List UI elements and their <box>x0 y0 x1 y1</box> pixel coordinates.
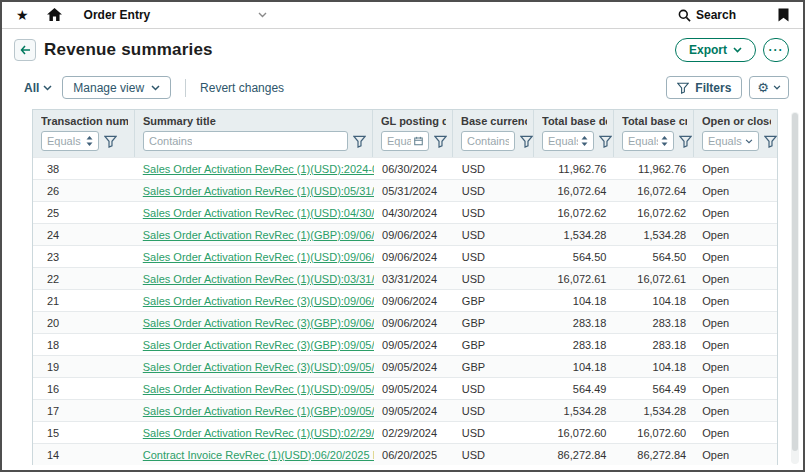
vertical-scrollbar[interactable] <box>791 112 799 464</box>
base-currency-cell: USD <box>454 273 535 285</box>
back-button[interactable] <box>14 39 36 61</box>
column-label: GL posting date <box>381 115 446 127</box>
table-row[interactable]: 15 Sales Order Activation RevRec (1)(USD… <box>33 421 777 443</box>
table-row[interactable]: 21 Sales Order Activation RevRec (3)(USD… <box>33 289 777 311</box>
summary-title-link[interactable]: Sales Order Activation RevRec (1)(USD):0… <box>143 427 374 439</box>
filter-funnel-icon[interactable] <box>599 135 612 148</box>
base-currency-cell: USD <box>454 207 535 219</box>
table-row[interactable]: 23 Sales Order Activation RevRec (1)(USD… <box>33 245 777 267</box>
global-search[interactable]: Search <box>678 8 736 22</box>
favorites-star-icon[interactable]: ★ <box>16 7 29 23</box>
column-label: Total base debit <box>542 115 607 127</box>
open-or-closed-cell: Open <box>694 273 777 285</box>
summary-title-link[interactable]: Sales Order Activation RevRec (1)(GBP):0… <box>143 405 374 417</box>
summary-title-link[interactable]: Sales Order Activation RevRec (1)(GBP):0… <box>143 229 374 241</box>
gl-posting-date-filter-input[interactable]: Equals <box>381 131 429 151</box>
summary-title-link[interactable]: Sales Order Activation RevRec (3)(USD):0… <box>143 361 374 373</box>
open-or-closed-operator-select[interactable]: Equals <box>702 131 759 151</box>
summary-title-filter-input[interactable]: Contains <box>143 131 348 151</box>
home-icon[interactable] <box>47 8 62 22</box>
export-button[interactable]: Export <box>675 38 756 62</box>
top-bar: ★ Order Entry Search <box>2 2 803 29</box>
table-row[interactable]: 20 Sales Order Activation RevRec (3)(GBP… <box>33 311 777 333</box>
table-row[interactable]: 16 Sales Order Activation RevRec (1)(USD… <box>33 377 777 399</box>
table-row[interactable]: 26 Sales Order Activation RevRec (1)(USD… <box>33 179 777 201</box>
transaction-number-cell: 15 <box>33 427 135 439</box>
table-row[interactable]: 14 Contract Invoice RevRec (1)(USD):06/2… <box>33 443 777 465</box>
open-or-closed-cell: Open <box>694 449 777 461</box>
arrow-left-icon <box>20 45 31 55</box>
chevron-down-icon <box>151 85 160 91</box>
summary-title-link[interactable]: Contract Invoice RevRec (1)(USD):06/20/2… <box>143 449 374 461</box>
filters-button[interactable]: Filters <box>666 76 742 99</box>
table-row[interactable]: 17 Sales Order Activation RevRec (1)(GBP… <box>33 399 777 421</box>
open-or-closed-cell: Open <box>694 405 777 417</box>
total-base-credit-operator-select[interactable]: Equals <box>622 131 674 151</box>
gl-posting-date-cell: 09/05/2024 <box>374 361 454 373</box>
table-row[interactable]: 19 Sales Order Activation RevRec (3)(USD… <box>33 355 777 377</box>
table-row[interactable]: 22 Sales Order Activation RevRec (1)(USD… <box>33 267 777 289</box>
total-base-debit-cell: 1,534.28 <box>535 229 615 241</box>
summary-title-link[interactable]: Sales Order Activation RevRec (1)(USD):0… <box>143 251 374 263</box>
total-base-credit-cell: 1,534.28 <box>614 229 694 241</box>
total-base-debit-operator-select[interactable]: Equals <box>542 131 594 151</box>
manage-view-label: Manage view <box>73 81 144 95</box>
open-or-closed-cell: Open <box>694 317 777 329</box>
chevron-down-icon <box>258 12 267 18</box>
summary-title-link[interactable]: Sales Order Activation RevRec (1)(USD):0… <box>143 185 374 197</box>
toolbar-divider <box>185 79 186 97</box>
manage-view-button[interactable]: Manage view <box>62 76 171 99</box>
base-currency-cell: USD <box>454 383 535 395</box>
transaction-number-cell: 18 <box>33 339 135 351</box>
gl-posting-date-cell: 06/20/2025 <box>374 449 454 461</box>
base-currency-cell: USD <box>454 449 535 461</box>
summary-title-link[interactable]: Sales Order Activation RevRec (1)(USD):0… <box>143 383 374 395</box>
filter-funnel-icon[interactable] <box>764 135 777 148</box>
table-row[interactable]: 24 Sales Order Activation RevRec (1)(GBP… <box>33 223 777 245</box>
base-currency-filter-input[interactable]: Contains <box>461 131 515 151</box>
table-row[interactable]: 38 Sales Order Activation RevRec (1)(USD… <box>33 157 777 179</box>
filter-funnel-icon[interactable] <box>434 135 447 148</box>
gl-posting-date-cell: 09/05/2024 <box>374 339 454 351</box>
table-row[interactable]: 18 Sales Order Activation RevRec (3)(GBP… <box>33 333 777 355</box>
open-or-closed-cell: Open <box>694 185 777 197</box>
summary-title-link[interactable]: Sales Order Activation RevRec (3)(GBP):0… <box>143 339 374 351</box>
base-currency-cell: GBP <box>454 361 535 373</box>
summary-title-link[interactable]: Sales Order Activation RevRec (1)(USD):0… <box>143 273 374 285</box>
filter-funnel-icon[interactable] <box>353 135 366 148</box>
total-base-credit-cell: 564.49 <box>614 383 694 395</box>
app-module-menu[interactable]: Order Entry <box>84 8 268 22</box>
total-base-debit-cell: 283.18 <box>535 339 615 351</box>
table-settings-button[interactable]: ⚙ <box>749 76 789 99</box>
base-currency-cell: USD <box>454 229 535 241</box>
summary-title-link[interactable]: Sales Order Activation RevRec (1)(USD):2… <box>143 163 374 175</box>
summary-title-link[interactable]: Sales Order Activation RevRec (3)(GBP):0… <box>143 317 374 329</box>
column-header-total-base-credit: Total base credit Equals <box>614 110 694 157</box>
bookmark-icon[interactable] <box>778 8 789 22</box>
column-label: Summary title <box>143 115 366 127</box>
base-currency-cell: GBP <box>454 339 535 351</box>
gl-posting-date-cell: 04/30/2024 <box>374 207 454 219</box>
scrollbar-thumb[interactable] <box>792 113 798 451</box>
summary-title-link[interactable]: Sales Order Activation RevRec (1)(USD):0… <box>143 207 374 219</box>
summary-title-link[interactable]: Sales Order Activation RevRec (3)(USD):0… <box>143 295 374 307</box>
gl-posting-date-cell: 03/31/2024 <box>374 273 454 285</box>
table-row[interactable]: 25 Sales Order Activation RevRec (1)(USD… <box>33 201 777 223</box>
filter-funnel-icon[interactable] <box>679 135 692 148</box>
filter-funnel-icon[interactable] <box>520 135 533 148</box>
transaction-number-cell: 23 <box>33 251 135 263</box>
gl-posting-date-cell: 06/30/2024 <box>374 163 454 175</box>
app-module-label: Order Entry <box>84 8 151 22</box>
view-scope-dropdown[interactable]: All <box>24 81 52 95</box>
total-base-debit-cell: 1,534.28 <box>535 405 615 417</box>
revert-changes-link[interactable]: Revert changes <box>200 81 284 95</box>
more-actions-button[interactable]: ··· <box>763 38 789 62</box>
gl-posting-date-cell: 09/05/2024 <box>374 383 454 395</box>
chevron-down-icon <box>745 139 753 144</box>
column-label: Total base credit <box>622 115 687 127</box>
total-base-credit-cell: 283.18 <box>614 339 694 351</box>
transaction-number-operator-select[interactable]: Equals <box>41 131 99 151</box>
filter-funnel-icon[interactable] <box>104 135 117 148</box>
column-label: Open or closed <box>702 115 771 127</box>
gl-posting-date-cell: 09/05/2024 <box>374 405 454 417</box>
